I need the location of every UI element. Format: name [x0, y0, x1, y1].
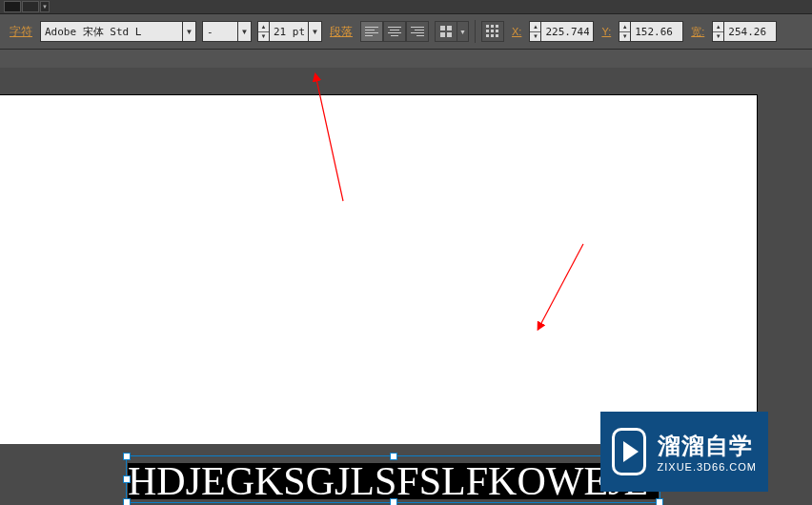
align-left-icon	[365, 27, 378, 36]
handle-top-middle[interactable]	[390, 453, 397, 460]
font-size-arrow-icon[interactable]: ▼	[309, 21, 322, 42]
title-bar: ▼	[0, 0, 812, 14]
canvas-area[interactable]: HDJEGKSGJLSFSLFKOWEJE 溜溜自学 ZIXUE.3D66.CO…	[0, 68, 812, 505]
character-panel-link[interactable]: 字符	[8, 24, 34, 40]
arrange-dropdown-icon[interactable]: ▼	[40, 1, 50, 12]
transform-grid-icon[interactable]	[481, 21, 504, 42]
watermark-text: 溜溜自学 ZIXUE.3D66.COM	[658, 431, 757, 473]
text-frame-selection[interactable]: HDJEGKSGJLSFSLFKOWEJE	[126, 455, 660, 503]
transform-menu[interactable]	[481, 21, 504, 42]
toolbar-separator	[475, 20, 476, 43]
font-size-spinner[interactable]: ▲ ▼	[257, 21, 269, 42]
w-coord-control[interactable]: ▲▼	[712, 21, 777, 42]
x-coord-control[interactable]: ▲▼	[529, 21, 594, 42]
x-coord-label: X:	[510, 26, 523, 37]
watermark-logo: 溜溜自学 ZIXUE.3D66.COM	[600, 412, 768, 492]
align-left-button[interactable]	[360, 21, 383, 42]
align-center-icon	[388, 27, 401, 36]
x-coord-input[interactable]	[540, 21, 594, 42]
font-family-dropdown[interactable]: ▼	[40, 21, 196, 42]
svg-rect-11	[491, 34, 494, 37]
handle-bottom-left[interactable]	[123, 498, 131, 505]
handle-top-left[interactable]	[123, 453, 131, 460]
svg-rect-1	[447, 26, 452, 30]
font-family-input[interactable]	[40, 21, 183, 42]
distribute-dropdown-icon[interactable]: ▼	[457, 21, 469, 42]
artboard[interactable]	[0, 94, 758, 444]
svg-rect-2	[440, 32, 445, 37]
svg-rect-10	[486, 34, 489, 37]
spinner-up-icon[interactable]: ▲	[258, 22, 269, 32]
svg-rect-6	[496, 25, 498, 28]
svg-rect-9	[496, 30, 498, 32]
font-size-input[interactable]	[269, 21, 309, 42]
play-icon	[612, 428, 646, 475]
w-coord-label: 宽:	[689, 25, 706, 39]
spinner-down-icon[interactable]: ▼	[258, 32, 269, 42]
distribute-menu[interactable]: ▼	[435, 21, 469, 42]
w-coord-input[interactable]	[723, 21, 777, 42]
font-style-input[interactable]	[202, 21, 238, 42]
y-coord-label: Y:	[599, 26, 613, 37]
arrange-icon-2[interactable]	[22, 1, 39, 12]
svg-rect-7	[486, 30, 489, 32]
watermark-en: ZIXUE.3D66.COM	[658, 461, 757, 473]
x-spinner[interactable]: ▲▼	[529, 21, 540, 42]
options-toolbar: 字符 ▼ ▼ ▲ ▼ ▼ 段落 ▼	[0, 14, 812, 50]
svg-rect-5	[491, 25, 494, 28]
svg-rect-4	[486, 25, 489, 28]
paragraph-panel-link[interactable]: 段落	[328, 24, 355, 40]
y-spinner[interactable]: ▲▼	[619, 21, 630, 42]
handle-middle-left[interactable]	[123, 475, 131, 483]
distribute-icon[interactable]	[435, 21, 457, 42]
svg-rect-12	[496, 34, 498, 37]
align-right-button[interactable]	[406, 21, 429, 42]
font-size-control[interactable]: ▲ ▼ ▼	[257, 21, 322, 42]
watermark-cn: 溜溜自学	[658, 431, 757, 461]
align-center-button[interactable]	[383, 21, 406, 42]
canvas-text-content[interactable]: HDJEGKSGJLSFSLFKOWEJE	[128, 463, 648, 499]
window-arrange-icons[interactable]: ▼	[4, 1, 50, 12]
font-style-arrow-icon[interactable]: ▼	[238, 21, 252, 42]
arrange-icon[interactable]	[4, 1, 21, 12]
handle-bottom-middle[interactable]	[390, 498, 397, 505]
y-coord-input[interactable]	[630, 21, 683, 42]
y-coord-control[interactable]: ▲▼	[619, 21, 683, 42]
handle-bottom-right[interactable]	[656, 498, 663, 505]
w-spinner[interactable]: ▲▼	[712, 21, 723, 42]
secondary-bar	[0, 50, 812, 68]
svg-rect-8	[491, 30, 494, 32]
svg-rect-3	[447, 32, 452, 37]
text-align-group	[360, 21, 429, 42]
align-right-icon	[411, 27, 424, 36]
text-highlight: HDJEGKSGJLSFSLFKOWEJE	[128, 463, 659, 499]
font-family-arrow-icon[interactable]: ▼	[183, 21, 196, 42]
svg-rect-0	[440, 26, 445, 30]
font-style-dropdown[interactable]: ▼	[202, 21, 252, 42]
